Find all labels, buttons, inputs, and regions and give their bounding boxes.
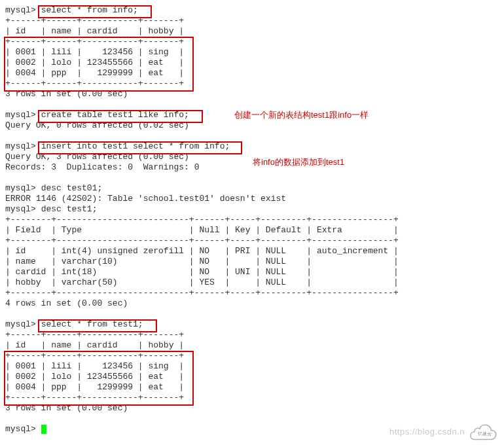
cursor-icon bbox=[41, 425, 46, 434]
sql-stmt: create table test1 like info; bbox=[41, 110, 189, 120]
status-text: Query OK, 3 rows affected (0.00 sec) bbox=[5, 152, 189, 162]
status-text: 3 rows in set (0.00 sec) bbox=[5, 89, 128, 99]
prompt: mysql> bbox=[5, 319, 36, 329]
sql-stmt: desc test1; bbox=[41, 204, 98, 214]
table-row: | 0002 | lolo | 123455566 | eat | bbox=[5, 58, 184, 67]
status-text: 3 rows in set (0.00 sec) bbox=[5, 403, 128, 413]
table-row: | 0001 | lili | 123456 | sing | bbox=[5, 47, 184, 57]
status-text: Query OK, 0 rows affected (0.02 sec) bbox=[5, 120, 189, 130]
terminal-output: mysql> select * from info; +------+-----… bbox=[5, 5, 499, 435]
prompt: mysql> bbox=[5, 110, 36, 120]
annotation-text: 将info的数据添加到test1 bbox=[253, 157, 344, 168]
prompt: mysql> bbox=[5, 424, 36, 434]
status-text: Records: 3 Duplicates: 0 Warnings: 0 bbox=[5, 162, 199, 172]
table-row: | hobby | varchar(50) | YES | | NULL | | bbox=[5, 277, 399, 287]
error-text: ERROR 1146 (42S02): Table 'school.test01… bbox=[5, 194, 286, 204]
watermark-text: https://blog.csdn.n bbox=[389, 427, 465, 437]
sql-stmt: desc test01; bbox=[41, 183, 103, 193]
table-row: | name | varchar(10) | NO | | NULL | | bbox=[5, 257, 399, 266]
table-row: | id | int(4) unsigned zerofill | NO | P… bbox=[5, 246, 399, 256]
table-row: | 0004 | ppp | 1299999 | eat | bbox=[5, 382, 184, 392]
status-text: 4 rows in set (0.00 sec) bbox=[5, 298, 128, 308]
prompt: mysql> bbox=[5, 204, 36, 214]
sql-stmt: insert into test1 select * from info; bbox=[41, 141, 230, 151]
annotation-text: 创建一个新的表结构test1跟info一样 bbox=[234, 110, 369, 120]
table-row: | 0004 | ppp | 1299999 | eat | bbox=[5, 68, 184, 78]
sql-stmt: select * from info; bbox=[41, 5, 138, 15]
table-row: | 0001 | lili | 123456 | sing | bbox=[5, 361, 184, 371]
cloud-logo-icon: 亿速云 bbox=[466, 423, 499, 441]
table-row: | 0002 | lolo | 123455566 | eat | bbox=[5, 372, 184, 382]
table-row: | cardid | int(18) | NO | UNI | NULL | | bbox=[5, 267, 399, 277]
svg-text:亿速云: 亿速云 bbox=[477, 431, 492, 436]
prompt: mysql> bbox=[5, 5, 36, 15]
prompt: mysql> bbox=[5, 141, 36, 151]
prompt: mysql> bbox=[5, 183, 36, 193]
sql-stmt: select * from test1; bbox=[41, 319, 143, 329]
